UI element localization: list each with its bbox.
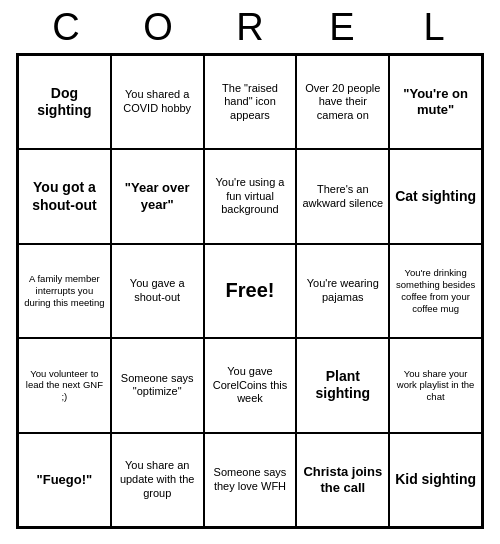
cell-0-0[interactable]: Dog sighting — [18, 55, 111, 149]
cell-1-2[interactable]: You're using a fun virtual background — [204, 149, 297, 243]
cell-0-2[interactable]: The "raised hand" icon appears — [204, 55, 297, 149]
cell-3-1[interactable]: Someone says "optimize" — [111, 338, 204, 432]
title-letter-o: O — [124, 6, 192, 49]
title-letter-c: C — [32, 6, 100, 49]
cell-2-3[interactable]: You're wearing pajamas — [296, 244, 389, 338]
cell-1-0[interactable]: You got a shout-out — [18, 149, 111, 243]
cell-2-2[interactable]: Free! — [204, 244, 297, 338]
cell-0-1[interactable]: You shared a COVID hobby — [111, 55, 204, 149]
cell-4-3[interactable]: Christa joins the call — [296, 433, 389, 527]
cell-0-3[interactable]: Over 20 people have their camera on — [296, 55, 389, 149]
bingo-grid: Dog sightingYou shared a COVID hobbyThe … — [16, 53, 484, 529]
title-letter-l: L — [400, 6, 468, 49]
cell-1-4[interactable]: Cat sighting — [389, 149, 482, 243]
cell-4-1[interactable]: You share an update with the group — [111, 433, 204, 527]
title-letter-r: R — [216, 6, 284, 49]
cell-4-4[interactable]: Kid sighting — [389, 433, 482, 527]
cell-0-4[interactable]: "You're on mute" — [389, 55, 482, 149]
cell-3-3[interactable]: Plant sighting — [296, 338, 389, 432]
cell-1-3[interactable]: There's an awkward silence — [296, 149, 389, 243]
cell-4-0[interactable]: "Fuego!" — [18, 433, 111, 527]
cell-3-2[interactable]: You gave CorelCoins this week — [204, 338, 297, 432]
title-row: C O R E L — [20, 0, 480, 53]
cell-3-4[interactable]: You share your work playlist in the chat — [389, 338, 482, 432]
cell-2-1[interactable]: You gave a shout-out — [111, 244, 204, 338]
title-letter-e: E — [308, 6, 376, 49]
cell-2-4[interactable]: You're drinking something besides coffee… — [389, 244, 482, 338]
cell-4-2[interactable]: Someone says they love WFH — [204, 433, 297, 527]
cell-1-1[interactable]: "Year over year" — [111, 149, 204, 243]
cell-2-0[interactable]: A family member interrupts you during th… — [18, 244, 111, 338]
cell-3-0[interactable]: You volunteer to lead the next GNF ;) — [18, 338, 111, 432]
